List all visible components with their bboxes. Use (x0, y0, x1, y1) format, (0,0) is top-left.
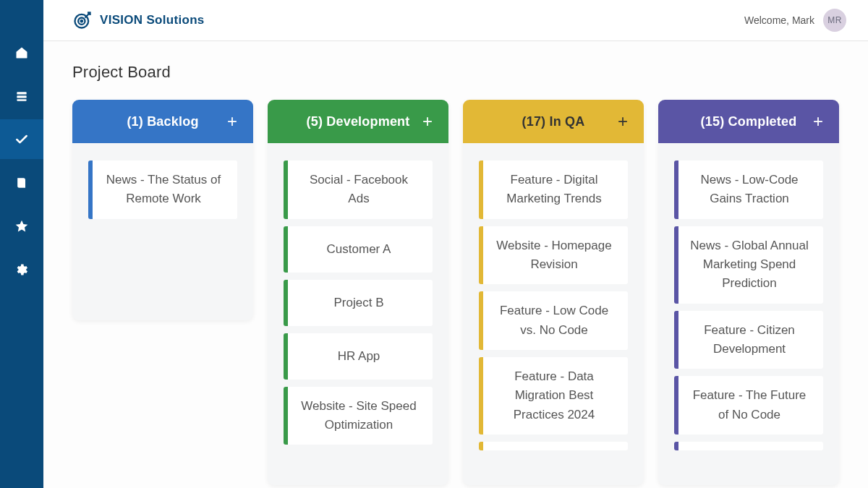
home-icon (14, 46, 29, 60)
column-backlog: (1) Backlog+News - The Status of Remote … (72, 100, 253, 320)
sidebar-item-layers[interactable] (0, 76, 43, 116)
column-completed: (15) Completed+News - Low-Code Gains Tra… (658, 100, 839, 485)
page-title: Project Board (72, 63, 839, 82)
target-icon (72, 10, 93, 30)
board: (1) Backlog+News - The Status of Remote … (72, 100, 839, 485)
column-title: (5) Development (306, 114, 409, 129)
welcome-text: Welcome, Mark (744, 14, 814, 26)
column-title: (17) In QA (522, 114, 584, 129)
sidebar-item-gear[interactable] (0, 249, 43, 289)
column-title: (1) Backlog (127, 114, 198, 129)
card[interactable]: News - The Status of Remote Work (88, 160, 237, 219)
header: VISION Solutions Welcome, Mark MR (43, 0, 868, 41)
card[interactable]: Website - Site Speed Optimization (284, 387, 433, 445)
sidebar-item-home[interactable] (0, 33, 43, 72)
column-header: (5) Development+ (268, 100, 448, 143)
column-header: (17) In QA+ (463, 100, 644, 143)
card[interactable]: Social - Facebook Ads (284, 160, 433, 219)
card[interactable]: News - Global Annual Marketing Spend Pre… (674, 226, 823, 304)
sidebar-item-check[interactable] (0, 119, 43, 159)
sidebar-item-book[interactable] (0, 163, 43, 202)
card[interactable]: Customer A (284, 226, 433, 273)
column-header: (1) Backlog+ (72, 100, 253, 143)
column-header: (15) Completed+ (658, 100, 839, 143)
card[interactable]: Feature - Digital Marketing Trends (479, 160, 628, 219)
column-in-qa: (17) In QA+Feature - Digital Marketing T… (463, 100, 644, 485)
card[interactable] (674, 442, 823, 450)
book-icon (14, 176, 29, 190)
column-development: (5) Development+Social - Facebook AdsCus… (268, 100, 448, 485)
gear-icon (14, 262, 29, 277)
card-list: Feature - Digital Marketing TrendsWebsit… (463, 143, 644, 485)
add-card-button[interactable]: + (618, 113, 628, 130)
card[interactable]: HR App (284, 333, 433, 380)
card[interactable] (479, 442, 628, 450)
user-area: Welcome, Mark MR (744, 9, 846, 32)
star-icon (14, 219, 29, 234)
sidebar-item-star[interactable] (0, 206, 43, 246)
add-card-button[interactable]: + (813, 113, 823, 130)
column-title: (15) Completed (701, 114, 797, 129)
svg-point-2 (81, 20, 82, 22)
card[interactable]: Project B (284, 280, 433, 326)
add-card-button[interactable]: + (227, 113, 237, 130)
card-list: Social - Facebook AdsCustomer AProject B… (268, 143, 448, 485)
card[interactable]: Feature - The Future of No Code (674, 376, 823, 435)
brand: VISION Solutions (72, 10, 205, 30)
add-card-button[interactable]: + (422, 113, 433, 130)
sidebar (0, 0, 43, 488)
main: VISION Solutions Welcome, Mark MR Projec… (43, 0, 868, 488)
card[interactable]: Feature - Citizen Development (674, 311, 823, 369)
card[interactable]: News - Low-Code Gains Traction (674, 160, 823, 219)
avatar[interactable]: MR (823, 9, 846, 32)
content: Project Board (1) Backlog+News - The Sta… (43, 41, 868, 488)
card[interactable]: Website - Homepage Revision (479, 226, 628, 285)
card-list: News - Low-Code Gains TractionNews - Glo… (658, 143, 839, 485)
check-icon (14, 132, 29, 147)
card[interactable]: Feature - Low Code vs. No Code (479, 291, 628, 350)
layers-icon (14, 89, 29, 103)
card-list: News - The Status of Remote Work (72, 143, 253, 320)
brand-name: VISION Solutions (100, 13, 205, 27)
card[interactable]: Feature - Data Migration Best Practices … (479, 357, 628, 435)
